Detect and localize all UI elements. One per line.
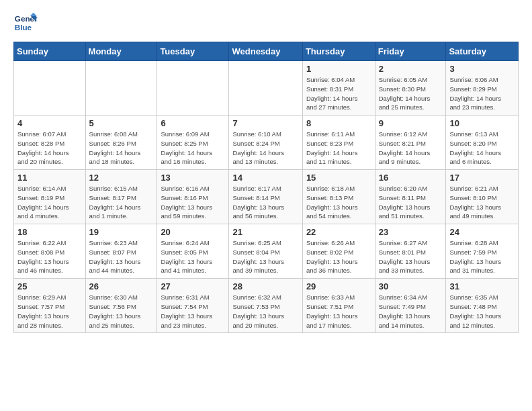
day-number: 13	[161, 173, 225, 183]
week-row-1: 1Sunrise: 6:04 AMSunset: 8:31 PMDaylight…	[14, 61, 519, 116]
day-info: Sunrise: 6:25 AMSunset: 8:04 PMDaylight:…	[232, 238, 298, 275]
day-cell	[157, 61, 229, 116]
day-cell: 15Sunrise: 6:18 AMSunset: 8:13 PMDayligh…	[302, 170, 375, 224]
day-number: 25	[17, 281, 82, 291]
logo: General Blue	[13, 11, 40, 35]
day-cell: 14Sunrise: 6:17 AMSunset: 8:14 PMDayligh…	[229, 170, 302, 224]
day-cell: 4Sunrise: 6:07 AMSunset: 8:28 PMDaylight…	[14, 116, 86, 170]
day-info: Sunrise: 6:35 AMSunset: 7:48 PMDaylight:…	[449, 293, 515, 330]
day-cell: 18Sunrise: 6:22 AMSunset: 8:08 PMDayligh…	[14, 224, 86, 279]
day-number: 6	[161, 118, 225, 128]
day-info: Sunrise: 6:33 AMSunset: 7:51 PMDaylight:…	[306, 293, 371, 330]
day-number: 27	[161, 281, 225, 291]
day-info: Sunrise: 6:28 AMSunset: 7:59 PMDaylight:…	[449, 238, 515, 275]
day-cell: 16Sunrise: 6:20 AMSunset: 8:11 PMDayligh…	[375, 170, 446, 224]
day-number: 9	[379, 118, 443, 128]
day-info: Sunrise: 6:06 AMSunset: 8:29 PMDaylight:…	[449, 75, 515, 112]
day-info: Sunrise: 6:31 AMSunset: 7:54 PMDaylight:…	[161, 293, 225, 330]
calendar-body: 1Sunrise: 6:04 AMSunset: 8:31 PMDaylight…	[14, 61, 519, 333]
day-number: 8	[306, 118, 371, 128]
weekday-header-monday: Monday	[85, 42, 157, 61]
day-info: Sunrise: 6:18 AMSunset: 8:13 PMDaylight:…	[306, 184, 371, 221]
week-row-4: 18Sunrise: 6:22 AMSunset: 8:08 PMDayligh…	[14, 224, 519, 279]
day-number: 1	[306, 64, 371, 74]
day-cell: 9Sunrise: 6:12 AMSunset: 8:21 PMDaylight…	[375, 116, 446, 170]
day-cell: 13Sunrise: 6:16 AMSunset: 8:16 PMDayligh…	[157, 170, 229, 224]
day-cell: 30Sunrise: 6:34 AMSunset: 7:49 PMDayligh…	[375, 279, 446, 333]
day-number: 5	[89, 118, 154, 128]
day-cell: 10Sunrise: 6:13 AMSunset: 8:20 PMDayligh…	[446, 116, 519, 170]
day-info: Sunrise: 6:14 AMSunset: 8:19 PMDaylight:…	[17, 184, 82, 221]
day-info: Sunrise: 6:08 AMSunset: 8:26 PMDaylight:…	[89, 130, 154, 167]
day-info: Sunrise: 6:17 AMSunset: 8:14 PMDaylight:…	[232, 184, 298, 221]
weekday-header-friday: Friday	[375, 42, 446, 61]
page: General Blue SundayMondayTuesdayWednesda…	[0, 0, 532, 340]
logo-icon: General Blue	[13, 11, 38, 35]
day-number: 7	[232, 118, 298, 128]
day-cell	[14, 61, 86, 116]
day-number: 18	[17, 227, 82, 237]
week-row-3: 11Sunrise: 6:14 AMSunset: 8:19 PMDayligh…	[14, 170, 519, 224]
day-info: Sunrise: 6:12 AMSunset: 8:21 PMDaylight:…	[379, 130, 443, 167]
day-cell: 28Sunrise: 6:32 AMSunset: 7:53 PMDayligh…	[229, 279, 302, 333]
svg-text:Blue: Blue	[15, 23, 32, 32]
calendar-header: SundayMondayTuesdayWednesdayThursdayFrid…	[14, 42, 519, 61]
day-number: 19	[89, 227, 154, 237]
day-info: Sunrise: 6:30 AMSunset: 7:56 PMDaylight:…	[89, 293, 154, 330]
day-cell: 19Sunrise: 6:23 AMSunset: 8:07 PMDayligh…	[85, 224, 157, 279]
day-number: 4	[17, 118, 82, 128]
day-cell: 17Sunrise: 6:21 AMSunset: 8:10 PMDayligh…	[446, 170, 519, 224]
day-number: 17	[449, 173, 515, 183]
day-cell: 31Sunrise: 6:35 AMSunset: 7:48 PMDayligh…	[446, 279, 519, 333]
day-info: Sunrise: 6:29 AMSunset: 7:57 PMDaylight:…	[17, 293, 82, 330]
day-number: 15	[306, 173, 371, 183]
weekday-header-thursday: Thursday	[302, 42, 375, 61]
weekday-header-tuesday: Tuesday	[157, 42, 229, 61]
day-info: Sunrise: 6:27 AMSunset: 8:01 PMDaylight:…	[379, 238, 443, 275]
day-cell: 5Sunrise: 6:08 AMSunset: 8:26 PMDaylight…	[85, 116, 157, 170]
day-cell	[229, 61, 302, 116]
day-cell: 8Sunrise: 6:11 AMSunset: 8:23 PMDaylight…	[302, 116, 375, 170]
day-cell: 21Sunrise: 6:25 AMSunset: 8:04 PMDayligh…	[229, 224, 302, 279]
day-info: Sunrise: 6:10 AMSunset: 8:24 PMDaylight:…	[232, 130, 298, 167]
day-info: Sunrise: 6:23 AMSunset: 8:07 PMDaylight:…	[89, 238, 154, 275]
day-number: 24	[449, 227, 515, 237]
day-info: Sunrise: 6:22 AMSunset: 8:08 PMDaylight:…	[17, 238, 82, 275]
day-number: 30	[379, 281, 443, 291]
day-info: Sunrise: 6:20 AMSunset: 8:11 PMDaylight:…	[379, 184, 443, 221]
day-number: 28	[232, 281, 298, 291]
day-cell: 2Sunrise: 6:05 AMSunset: 8:30 PMDaylight…	[375, 61, 446, 116]
day-cell: 27Sunrise: 6:31 AMSunset: 7:54 PMDayligh…	[157, 279, 229, 333]
day-info: Sunrise: 6:16 AMSunset: 8:16 PMDaylight:…	[161, 184, 225, 221]
day-info: Sunrise: 6:34 AMSunset: 7:49 PMDaylight:…	[379, 293, 443, 330]
day-number: 2	[379, 64, 443, 74]
day-cell: 29Sunrise: 6:33 AMSunset: 7:51 PMDayligh…	[302, 279, 375, 333]
day-info: Sunrise: 6:11 AMSunset: 8:23 PMDaylight:…	[306, 130, 371, 167]
day-cell: 20Sunrise: 6:24 AMSunset: 8:05 PMDayligh…	[157, 224, 229, 279]
calendar-table: SundayMondayTuesdayWednesdayThursdayFrid…	[13, 42, 519, 333]
day-info: Sunrise: 6:09 AMSunset: 8:25 PMDaylight:…	[161, 130, 225, 167]
header: General Blue	[13, 11, 519, 35]
weekday-header-wednesday: Wednesday	[229, 42, 302, 61]
day-cell: 6Sunrise: 6:09 AMSunset: 8:25 PMDaylight…	[157, 116, 229, 170]
day-number: 31	[449, 281, 515, 291]
day-cell	[85, 61, 157, 116]
day-info: Sunrise: 6:24 AMSunset: 8:05 PMDaylight:…	[161, 238, 225, 275]
weekday-header-saturday: Saturday	[446, 42, 519, 61]
day-cell: 24Sunrise: 6:28 AMSunset: 7:59 PMDayligh…	[446, 224, 519, 279]
day-number: 11	[17, 173, 82, 183]
day-number: 16	[379, 173, 443, 183]
day-info: Sunrise: 6:04 AMSunset: 8:31 PMDaylight:…	[306, 75, 371, 112]
day-cell: 26Sunrise: 6:30 AMSunset: 7:56 PMDayligh…	[85, 279, 157, 333]
day-info: Sunrise: 6:21 AMSunset: 8:10 PMDaylight:…	[449, 184, 515, 221]
day-number: 23	[379, 227, 443, 237]
week-row-2: 4Sunrise: 6:07 AMSunset: 8:28 PMDaylight…	[14, 116, 519, 170]
day-info: Sunrise: 6:13 AMSunset: 8:20 PMDaylight:…	[449, 130, 515, 167]
day-number: 22	[306, 227, 371, 237]
day-number: 26	[89, 281, 154, 291]
day-cell: 11Sunrise: 6:14 AMSunset: 8:19 PMDayligh…	[14, 170, 86, 224]
day-number: 29	[306, 281, 371, 291]
day-cell: 7Sunrise: 6:10 AMSunset: 8:24 PMDaylight…	[229, 116, 302, 170]
day-number: 12	[89, 173, 154, 183]
week-row-5: 25Sunrise: 6:29 AMSunset: 7:57 PMDayligh…	[14, 279, 519, 333]
